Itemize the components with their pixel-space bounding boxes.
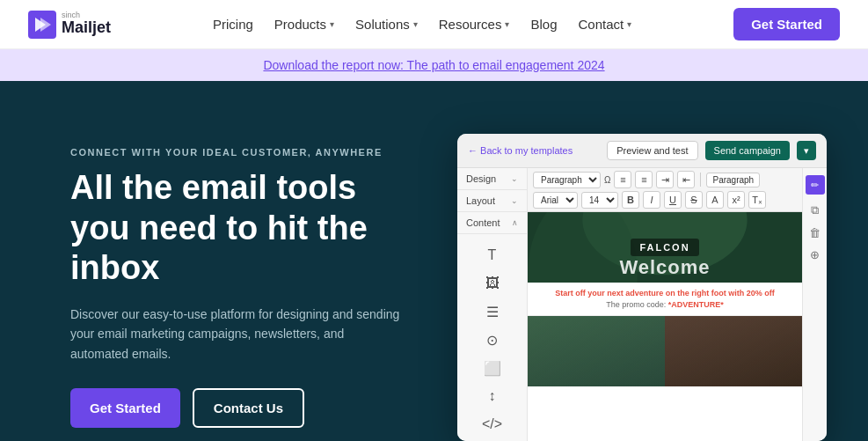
image-placeholder-icon[interactable]: 🖼 <box>478 269 507 298</box>
send-campaign-button[interactable]: Send campaign <box>705 141 790 160</box>
navbar: sinch Mailjet Pricing Products ▾ Solutio… <box>0 0 868 49</box>
text-color-button[interactable]: A <box>706 191 724 209</box>
underline-button[interactable]: U <box>664 191 682 209</box>
resize-icon[interactable]: ↕ <box>478 382 507 410</box>
toolbar-divider-1 <box>700 173 701 187</box>
outdent-button[interactable]: ⇤ <box>677 171 695 188</box>
superscript-button[interactable]: x² <box>727 191 745 209</box>
text-tool-icon[interactable]: T <box>478 241 507 269</box>
contact-chevron-icon: ▾ <box>627 19 631 29</box>
welcome-heading: Welcome <box>619 256 710 279</box>
hero-get-started-button[interactable]: Get Started <box>70 388 180 428</box>
paragraph-select-1[interactable]: Paragraph <box>533 172 601 188</box>
logo-text-group: sinch Mailjet <box>62 11 111 37</box>
hero-buttons: Get Started Contact Us <box>70 388 405 428</box>
hero-contact-us-button[interactable]: Contact Us <box>193 388 304 428</box>
font-size-select[interactable]: 14 <box>581 192 618 209</box>
ordered-list-button[interactable]: ≡ <box>614 171 631 188</box>
nav-resources[interactable]: Resources ▾ <box>439 17 510 32</box>
copy-icon[interactable]: ⧉ <box>811 203 819 217</box>
sidebar-tool-icons: T 🖼 ☰ ⊙ ⬜ ↕ </> <box>457 234 527 441</box>
layout-chevron-icon: ⌄ <box>511 196 518 205</box>
nav-links: Pricing Products ▾ Solutions ▾ Resources… <box>213 17 631 32</box>
resources-chevron-icon: ▾ <box>505 19 509 29</box>
back-to-templates-link[interactable]: ← Back to my templates <box>468 145 573 156</box>
toolbar-row1: Paragraph Ω ≡ ≡ ⇥ ⇤ Paragraph <box>533 171 797 188</box>
strikethrough-button[interactable]: S <box>685 191 703 209</box>
editor-body: Design ⌄ Layout ⌄ Content ∧ T 🖼 ☰ <box>457 168 827 441</box>
paragraph-label-2[interactable]: Paragraph <box>706 173 760 187</box>
brand-badge: FALCON <box>631 239 698 256</box>
canvas-promo-text: Start off your next adventure on the rig… <box>528 283 802 316</box>
promo-code: *ADVENTURE* <box>668 300 724 309</box>
indent-button[interactable]: ⇥ <box>656 171 674 188</box>
solutions-chevron-icon: ▾ <box>413 19 418 29</box>
logo-mailjet: Mailjet <box>62 19 111 37</box>
sidebar-layout[interactable]: Layout ⌄ <box>457 190 527 212</box>
video-icon[interactable]: ⊙ <box>478 326 507 354</box>
topbar-actions: Preview and test Send campaign ▾ <box>607 141 816 160</box>
canvas-thumb-2 <box>665 316 802 386</box>
editor-sidebar: Design ⌄ Layout ⌄ Content ∧ T 🖼 ☰ <box>457 168 528 441</box>
hero-section: Connect with your ideal customer, anywhe… <box>0 81 868 441</box>
canvas-toolbar: Paragraph Ω ≡ ≡ ⇥ ⇤ Paragraph <box>528 168 802 212</box>
nav-get-started-button[interactable]: Get Started <box>733 8 840 40</box>
editor-preview: ← Back to my templates Preview and test … <box>457 134 827 441</box>
nav-blog[interactable]: Blog <box>530 17 557 32</box>
canvas-thumb-1 <box>528 316 665 386</box>
nav-pricing[interactable]: Pricing <box>213 17 253 32</box>
nav-solutions[interactable]: Solutions ▾ <box>355 17 418 32</box>
nav-products[interactable]: Products ▾ <box>274 17 334 32</box>
unordered-list-button[interactable]: ≡ <box>635 171 653 188</box>
subscript-button[interactable]: Tₓ <box>748 191 766 209</box>
banner-link[interactable]: Download the report now: The path to ema… <box>263 58 604 72</box>
logo[interactable]: sinch Mailjet <box>28 11 111 39</box>
products-chevron-icon: ▾ <box>330 19 334 29</box>
toolbar-row2: Arial 14 B I U S A x² Tₓ <box>533 191 797 209</box>
layout-block-icon[interactable]: ☰ <box>478 298 507 326</box>
mailjet-logo-icon <box>28 11 56 39</box>
image-tool-icon[interactable]: ⬜ <box>478 354 507 382</box>
more-options-button[interactable]: ▾ <box>797 141 816 160</box>
preview-test-button[interactable]: Preview and test <box>607 141 697 160</box>
editor-canvas: Paragraph Ω ≡ ≡ ⇥ ⇤ Paragraph <box>528 168 802 441</box>
nav-contact[interactable]: Contact ▾ <box>578 17 631 32</box>
bold-button[interactable]: B <box>622 191 639 209</box>
design-chevron-icon: ⌄ <box>511 174 518 183</box>
hero-content: Connect with your ideal customer, anywhe… <box>70 147 405 428</box>
sidebar-content[interactable]: Content ∧ <box>457 212 527 234</box>
font-select[interactable]: Arial <box>533 192 578 209</box>
editor-right-strip: ✏ ⧉ 🗑 ⊕ <box>802 168 827 441</box>
edit-button[interactable]: ✏ <box>806 175 825 195</box>
announcement-banner: Download the report now: The path to ema… <box>0 49 868 81</box>
canvas-bottom-images <box>528 316 802 386</box>
code-icon[interactable]: </> <box>478 410 507 438</box>
hero-title: All the email tools you need to hit the … <box>70 168 405 289</box>
delete-icon[interactable]: 🗑 <box>809 226 821 239</box>
canvas-content: FALCON Welcome Start off your next adven… <box>528 212 802 386</box>
hero-eyebrow: Connect with your ideal customer, anywhe… <box>70 147 405 158</box>
editor-window: ← Back to my templates Preview and test … <box>457 134 827 441</box>
hero-description: Discover our easy-to-use platform for de… <box>70 305 405 364</box>
content-chevron-icon: ∧ <box>512 218 518 227</box>
italic-button[interactable]: I <box>643 191 660 209</box>
editor-topbar: ← Back to my templates Preview and test … <box>457 134 827 168</box>
format-icon: Ω <box>604 175 610 185</box>
add-icon[interactable]: ⊕ <box>810 248 820 261</box>
sidebar-design[interactable]: Design ⌄ <box>457 168 527 190</box>
canvas-hero-image: FALCON Welcome <box>528 212 802 283</box>
